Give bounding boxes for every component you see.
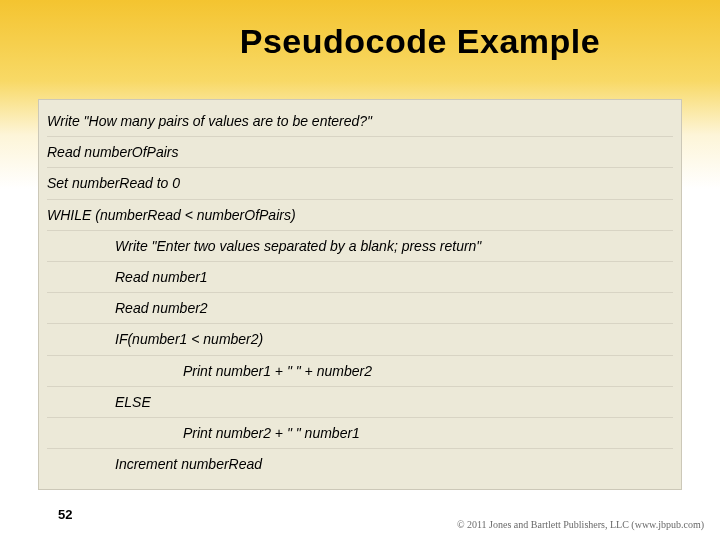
code-line: Write "Enter two values separated by a b… xyxy=(47,231,673,262)
code-line: Increment numberRead xyxy=(47,449,673,479)
page-number: 52 xyxy=(58,507,72,522)
code-line: IF(number1 < number2) xyxy=(47,324,673,355)
code-line: WHILE (numberRead < numberOfPairs) xyxy=(47,200,673,231)
slide-title: Pseudocode Example xyxy=(0,0,720,61)
code-line: Read numberOfPairs xyxy=(47,137,673,168)
copyright-text: © 2011 Jones and Bartlett Publishers, LL… xyxy=(457,519,704,530)
code-line: Print number1 + " " + number2 xyxy=(47,356,673,387)
code-line: ELSE xyxy=(47,387,673,418)
code-line: Set numberRead to 0 xyxy=(47,168,673,199)
code-line: Read number2 xyxy=(47,293,673,324)
pseudocode-block: Write "How many pairs of values are to b… xyxy=(38,99,682,490)
code-line: Print number2 + " " number1 xyxy=(47,418,673,449)
code-line: Read number1 xyxy=(47,262,673,293)
code-line: Write "How many pairs of values are to b… xyxy=(47,106,673,137)
